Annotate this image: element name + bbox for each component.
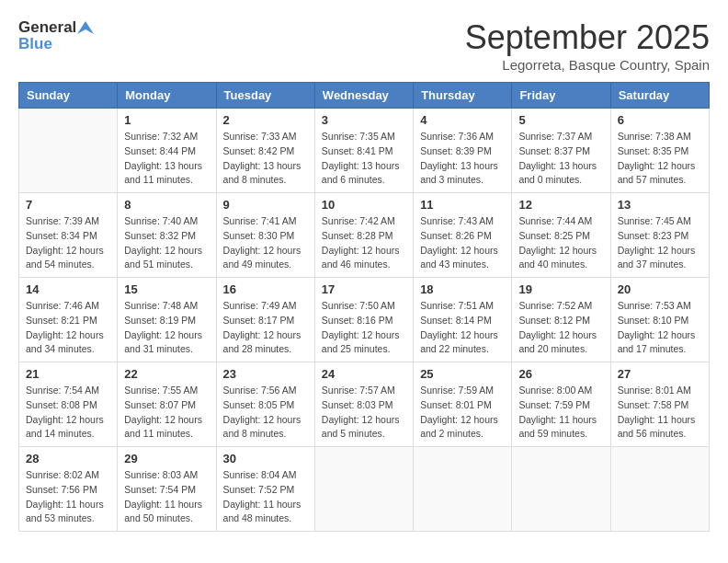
calendar-table: SundayMondayTuesdayWednesdayThursdayFrid… — [18, 82, 710, 532]
cell-date: 20 — [618, 282, 702, 296]
calendar-cell: 2Sunrise: 7:33 AM Sunset: 8:42 PM Daylig… — [216, 109, 314, 193]
cell-date: 25 — [420, 367, 505, 381]
weekday-header-sunday: Sunday — [19, 83, 118, 109]
calendar-cell: 29Sunrise: 8:03 AM Sunset: 7:54 PM Dayli… — [118, 447, 216, 532]
cell-info: Sunrise: 7:55 AM Sunset: 8:07 PM Dayligh… — [124, 384, 209, 442]
cell-info: Sunrise: 7:33 AM Sunset: 8:42 PM Dayligh… — [223, 130, 308, 188]
calendar-cell — [19, 109, 118, 193]
calendar-cell — [414, 447, 512, 532]
cell-date: 29 — [124, 452, 209, 465]
calendar-cell: 5Sunrise: 7:37 AM Sunset: 8:37 PM Daylig… — [512, 109, 610, 193]
cell-date: 11 — [420, 198, 505, 212]
cell-date: 18 — [420, 282, 505, 296]
cell-date: 30 — [223, 452, 308, 465]
weekday-header-thursday: Thursday — [414, 83, 512, 109]
calendar-cell: 11Sunrise: 7:43 AM Sunset: 8:26 PM Dayli… — [414, 193, 512, 278]
cell-info: Sunrise: 7:37 AM Sunset: 8:37 PM Dayligh… — [518, 130, 603, 188]
cell-date: 24 — [322, 367, 406, 381]
calendar-cell: 13Sunrise: 7:45 AM Sunset: 8:23 PM Dayli… — [610, 193, 709, 278]
calendar-cell — [610, 447, 709, 532]
cell-info: Sunrise: 8:03 AM Sunset: 7:54 PM Dayligh… — [124, 468, 209, 526]
week-row-3: 14Sunrise: 7:46 AM Sunset: 8:21 PM Dayli… — [19, 278, 710, 362]
cell-info: Sunrise: 8:04 AM Sunset: 7:52 PM Dayligh… — [223, 468, 308, 526]
calendar-cell: 17Sunrise: 7:50 AM Sunset: 8:16 PM Dayli… — [314, 278, 413, 362]
cell-date: 21 — [26, 367, 110, 381]
cell-info: Sunrise: 7:41 AM Sunset: 8:30 PM Dayligh… — [223, 214, 308, 272]
cell-date: 26 — [518, 367, 603, 381]
cell-date: 12 — [518, 198, 603, 212]
cell-date: 13 — [618, 198, 702, 212]
logo-blue-text: Blue — [18, 35, 94, 53]
cell-info: Sunrise: 7:43 AM Sunset: 8:26 PM Dayligh… — [420, 214, 505, 272]
calendar-cell: 6Sunrise: 7:38 AM Sunset: 8:35 PM Daylig… — [610, 109, 709, 193]
svg-marker-0 — [77, 21, 94, 34]
cell-info: Sunrise: 7:48 AM Sunset: 8:19 PM Dayligh… — [124, 299, 209, 357]
cell-date: 7 — [26, 198, 110, 212]
cell-date: 1 — [124, 113, 209, 127]
cell-date: 16 — [223, 282, 308, 296]
cell-info: Sunrise: 7:50 AM Sunset: 8:16 PM Dayligh… — [322, 299, 406, 357]
calendar-cell: 12Sunrise: 7:44 AM Sunset: 8:25 PM Dayli… — [512, 193, 610, 278]
week-row-5: 28Sunrise: 8:02 AM Sunset: 7:56 PM Dayli… — [19, 447, 710, 532]
cell-info: Sunrise: 7:39 AM Sunset: 8:34 PM Dayligh… — [26, 214, 110, 272]
calendar-cell: 26Sunrise: 8:00 AM Sunset: 7:59 PM Dayli… — [512, 362, 610, 447]
logo: General Blue — [18, 18, 94, 54]
calendar-cell: 27Sunrise: 8:01 AM Sunset: 7:58 PM Dayli… — [610, 362, 709, 447]
cell-date: 14 — [26, 282, 110, 296]
cell-date: 2 — [223, 113, 308, 127]
cell-date: 17 — [322, 282, 406, 296]
cell-info: Sunrise: 7:52 AM Sunset: 8:12 PM Dayligh… — [518, 299, 603, 357]
cell-date: 9 — [223, 198, 308, 212]
month-title: September 2025 — [465, 18, 710, 57]
weekday-header-wednesday: Wednesday — [314, 83, 413, 109]
calendar-cell: 20Sunrise: 7:53 AM Sunset: 8:10 PM Dayli… — [610, 278, 709, 362]
logo-bird-icon — [77, 19, 94, 36]
cell-info: Sunrise: 7:40 AM Sunset: 8:32 PM Dayligh… — [124, 214, 209, 272]
cell-date: 4 — [420, 113, 505, 127]
cell-date: 10 — [322, 198, 406, 212]
calendar-cell: 4Sunrise: 7:36 AM Sunset: 8:39 PM Daylig… — [414, 109, 512, 193]
logo-general-text: General — [18, 18, 76, 37]
page-header: General Blue September 2025 Legorreta, B… — [18, 18, 710, 73]
calendar-cell: 30Sunrise: 8:04 AM Sunset: 7:52 PM Dayli… — [216, 447, 314, 532]
cell-info: Sunrise: 7:42 AM Sunset: 8:28 PM Dayligh… — [322, 214, 406, 272]
cell-info: Sunrise: 8:01 AM Sunset: 7:58 PM Dayligh… — [618, 384, 702, 442]
calendar-cell: 19Sunrise: 7:52 AM Sunset: 8:12 PM Dayli… — [512, 278, 610, 362]
week-row-2: 7Sunrise: 7:39 AM Sunset: 8:34 PM Daylig… — [19, 193, 710, 278]
calendar-cell: 24Sunrise: 7:57 AM Sunset: 8:03 PM Dayli… — [314, 362, 413, 447]
weekday-header-monday: Monday — [118, 83, 216, 109]
cell-info: Sunrise: 7:53 AM Sunset: 8:10 PM Dayligh… — [618, 299, 702, 357]
title-area: September 2025 Legorreta, Basque Country… — [465, 18, 710, 73]
weekday-header-friday: Friday — [512, 83, 610, 109]
cell-info: Sunrise: 7:56 AM Sunset: 8:05 PM Dayligh… — [223, 384, 308, 442]
cell-date: 28 — [26, 452, 110, 465]
cell-date: 22 — [124, 367, 209, 381]
calendar-cell: 10Sunrise: 7:42 AM Sunset: 8:28 PM Dayli… — [314, 193, 413, 278]
calendar-cell: 22Sunrise: 7:55 AM Sunset: 8:07 PM Dayli… — [118, 362, 216, 447]
cell-info: Sunrise: 7:57 AM Sunset: 8:03 PM Dayligh… — [322, 384, 406, 442]
calendar-cell — [314, 447, 413, 532]
cell-info: Sunrise: 7:36 AM Sunset: 8:39 PM Dayligh… — [420, 130, 505, 188]
cell-date: 23 — [223, 367, 308, 381]
cell-info: Sunrise: 7:49 AM Sunset: 8:17 PM Dayligh… — [223, 299, 308, 357]
cell-info: Sunrise: 7:59 AM Sunset: 8:01 PM Dayligh… — [420, 384, 505, 442]
location-title: Legorreta, Basque Country, Spain — [465, 57, 710, 73]
cell-info: Sunrise: 7:45 AM Sunset: 8:23 PM Dayligh… — [618, 214, 702, 272]
cell-info: Sunrise: 7:38 AM Sunset: 8:35 PM Dayligh… — [618, 130, 702, 188]
cell-info: Sunrise: 7:32 AM Sunset: 8:44 PM Dayligh… — [124, 130, 209, 188]
calendar-cell: 16Sunrise: 7:49 AM Sunset: 8:17 PM Dayli… — [216, 278, 314, 362]
cell-date: 6 — [618, 113, 702, 127]
calendar-cell: 7Sunrise: 7:39 AM Sunset: 8:34 PM Daylig… — [19, 193, 118, 278]
weekday-header-tuesday: Tuesday — [216, 83, 314, 109]
cell-info: Sunrise: 7:54 AM Sunset: 8:08 PM Dayligh… — [26, 384, 110, 442]
calendar-cell: 8Sunrise: 7:40 AM Sunset: 8:32 PM Daylig… — [118, 193, 216, 278]
cell-date: 8 — [124, 198, 209, 212]
week-row-4: 21Sunrise: 7:54 AM Sunset: 8:08 PM Dayli… — [19, 362, 710, 447]
calendar-cell — [512, 447, 610, 532]
calendar-cell: 3Sunrise: 7:35 AM Sunset: 8:41 PM Daylig… — [314, 109, 413, 193]
cell-date: 3 — [322, 113, 406, 127]
cell-date: 19 — [518, 282, 603, 296]
cell-info: Sunrise: 8:02 AM Sunset: 7:56 PM Dayligh… — [26, 468, 110, 526]
calendar-cell: 1Sunrise: 7:32 AM Sunset: 8:44 PM Daylig… — [118, 109, 216, 193]
calendar-cell: 23Sunrise: 7:56 AM Sunset: 8:05 PM Dayli… — [216, 362, 314, 447]
